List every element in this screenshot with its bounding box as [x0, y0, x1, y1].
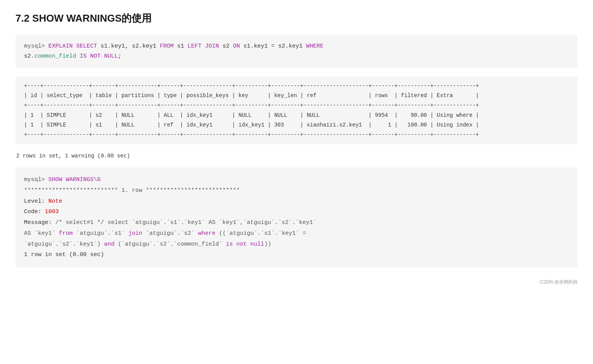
result-line-2: 1 row in set (0.00 sec)	[24, 250, 569, 260]
message-line2: AS `key1` from `atguigu`.`s1` join `atgu…	[24, 228, 569, 239]
code-line: Code: 1003	[24, 207, 569, 217]
row-separator: *************************** 1. row *****…	[24, 185, 569, 196]
show-warnings-command: mysql> SHOW WARNINGS\G	[24, 174, 569, 185]
level-line: Level: Note	[24, 196, 569, 207]
explain-code-block: mysql> EXPLAIN SELECT s1.key1, s2.key1 F…	[15, 34, 578, 68]
page-title: 7.2 SHOW WARNINGS的使用	[15, 12, 578, 25]
explain-result-table: +----+--------------+-------+-----------…	[15, 77, 578, 144]
message-line1: Message: /* select#1 */ select `atguigu`…	[24, 217, 569, 228]
footer-text: CSDN @赤脚的我	[15, 279, 578, 285]
message-line3: `atguigu`.`s2`.`key1`) and (`atguigu`.`s…	[24, 239, 569, 250]
result-line-1: 2 rows in set, 1 warning (0.00 sec)	[15, 153, 578, 159]
show-warnings-block: mysql> SHOW WARNINGS\G *****************…	[15, 167, 578, 267]
mysql-prompt: mysql>	[24, 43, 48, 50]
